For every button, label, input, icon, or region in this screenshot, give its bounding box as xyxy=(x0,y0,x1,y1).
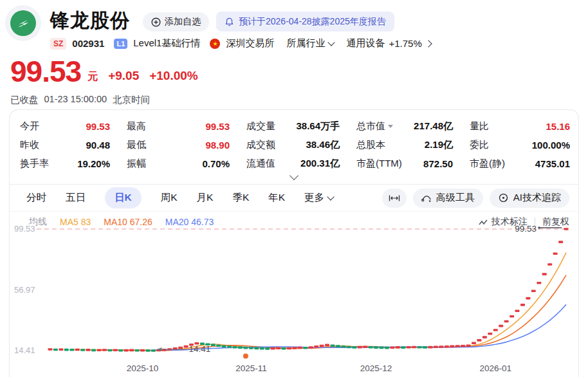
stat-value: 2.19亿 xyxy=(425,139,453,151)
candle xyxy=(352,346,356,349)
low-price-label: 14.41 xyxy=(188,344,210,354)
x-axis-label: 2025-11 xyxy=(235,363,267,373)
stat-label: 总股本 xyxy=(356,139,385,151)
candle xyxy=(488,333,492,335)
candle xyxy=(515,310,520,313)
tab-label: 五日 xyxy=(66,191,86,205)
candle xyxy=(482,336,487,338)
ai-tracking-label: AI技术追踪 xyxy=(513,192,561,204)
industry-change: +1.75% xyxy=(389,38,421,49)
y-axis-label: 56.97 xyxy=(14,285,35,295)
candle xyxy=(151,349,156,352)
tab-label: 季K xyxy=(232,191,249,205)
tab-周K[interactable]: 周K xyxy=(161,191,178,205)
candle xyxy=(347,346,351,349)
candle xyxy=(499,325,503,327)
chevron-down-icon xyxy=(327,193,334,200)
stat-item: 昨收90.48 xyxy=(20,139,110,151)
stat-item: 成交额38.46亿 xyxy=(246,139,340,151)
candle xyxy=(547,263,552,266)
tab-分时[interactable]: 分时 xyxy=(26,191,46,205)
stat-label: 成交量 xyxy=(246,120,275,133)
tab-日K[interactable]: 日K xyxy=(105,187,142,208)
stat-label: 市盈(TTM) xyxy=(356,158,402,170)
stock-meta-row: SZ 002931 L1 Level1基础行情 ★ 深圳交易所 所属行业 通用设… xyxy=(50,37,431,50)
candle xyxy=(233,346,237,349)
candle xyxy=(461,345,465,347)
candle xyxy=(428,346,432,349)
x-axis-label: 2025-12 xyxy=(360,363,392,373)
market-status: 已收盘 xyxy=(10,94,39,106)
stat-value: 98.90 xyxy=(205,140,230,151)
x-axis-label: 2025-10 xyxy=(127,363,159,373)
candle xyxy=(455,345,460,347)
candle xyxy=(564,228,569,230)
candle xyxy=(48,348,53,351)
fullscreen-button[interactable] xyxy=(382,188,407,208)
candle xyxy=(542,273,547,275)
candle xyxy=(86,349,91,351)
stat-item: 今开99.53 xyxy=(20,120,110,133)
industry-link[interactable]: 通用设备 +1.75% xyxy=(346,37,430,50)
candle xyxy=(363,345,367,348)
stat-label: 换手率 xyxy=(20,158,49,170)
candle xyxy=(298,347,302,349)
stock-logo xyxy=(5,5,41,41)
candle xyxy=(276,347,280,349)
candle xyxy=(553,253,558,255)
candle xyxy=(118,349,123,352)
event-dot[interactable] xyxy=(243,354,248,359)
candle xyxy=(369,346,373,349)
stat-label: 振幅 xyxy=(127,158,146,170)
expand-stats-button[interactable] xyxy=(10,170,578,183)
advanced-tools-label: 高级工具 xyxy=(436,192,475,204)
stat-item: 总市值217.48亿 xyxy=(356,120,453,133)
timezone-label: 北京时间 xyxy=(113,94,150,106)
tab-年K[interactable]: 年K xyxy=(268,191,285,205)
stat-label: 量比 xyxy=(470,120,489,133)
caret-down-icon[interactable] xyxy=(388,125,393,128)
stat-value: 38.64万手 xyxy=(296,120,340,133)
stat-value: 872.50 xyxy=(423,158,453,169)
advanced-tools-button[interactable]: 高级工具 xyxy=(413,188,483,208)
kline-chart[interactable]: 99.5356.9714.4114.4199.532025-102025-112… xyxy=(0,222,588,377)
candle xyxy=(243,347,248,349)
candle xyxy=(113,349,118,352)
candle xyxy=(510,315,514,318)
stat-value: 99.53 xyxy=(86,121,110,132)
candle xyxy=(64,349,69,351)
stat-item: 市盈(静)4735.01 xyxy=(470,158,570,170)
candle xyxy=(380,347,384,349)
stats-grid: 今开99.53最高99.53成交量38.64万手总市值217.48亿量比15.1… xyxy=(10,110,578,170)
candles-series xyxy=(48,228,569,352)
ai-tracking-button[interactable]: AI技术追踪 xyxy=(490,188,569,208)
candle xyxy=(336,345,340,347)
tab-label: 更多 xyxy=(304,191,324,205)
tab-季K[interactable]: 季K xyxy=(232,191,249,205)
stat-item: 换手率19.20% xyxy=(20,158,110,170)
candle xyxy=(558,241,563,243)
stat-value: 19.20% xyxy=(77,158,110,169)
exchange-name: 深圳交易所 xyxy=(226,37,274,50)
stat-value: 217.48亿 xyxy=(414,120,453,133)
candle xyxy=(135,349,140,352)
candle xyxy=(314,345,318,348)
tab-月K[interactable]: 月K xyxy=(197,191,214,205)
candle xyxy=(320,345,324,347)
tab-更多[interactable]: 更多 xyxy=(304,191,333,205)
earnings-notice[interactable]: 预计于2026-04-28披露2025年度报告 xyxy=(216,12,394,32)
tab-五日[interactable]: 五日 xyxy=(66,191,86,205)
page-title: 锋龙股份 xyxy=(50,8,130,34)
candle xyxy=(531,290,536,293)
candle xyxy=(80,349,85,351)
tab-label: 年K xyxy=(268,191,285,205)
stat-item: 最低98.90 xyxy=(127,139,230,151)
candle xyxy=(303,347,308,349)
stat-value: 0.70% xyxy=(202,158,230,169)
add-watchlist-button[interactable]: 添加自选 xyxy=(143,12,209,32)
stat-value: 99.53 xyxy=(205,121,230,132)
stock-code: 002931 xyxy=(72,38,104,49)
candle xyxy=(439,345,443,348)
industry-dropdown[interactable]: 所属行业 xyxy=(286,37,334,50)
chevron-down-icon xyxy=(289,171,299,180)
